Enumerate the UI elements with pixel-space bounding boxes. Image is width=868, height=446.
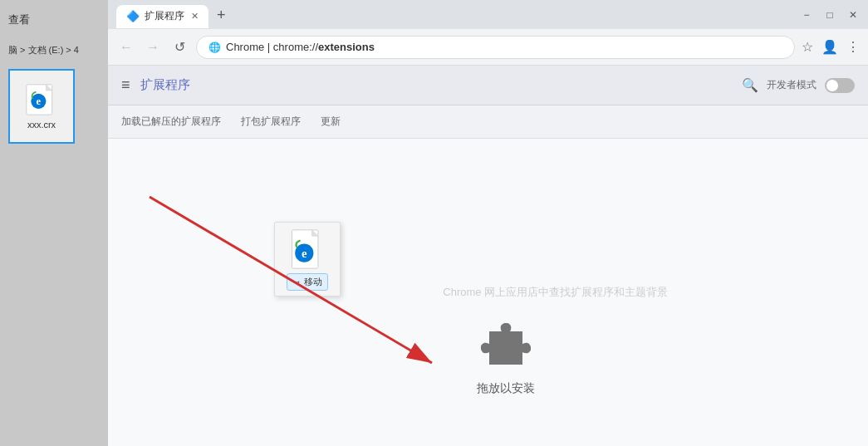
crx-file-icon[interactable]: e xxx.crx (8, 69, 75, 144)
sub-nav: 加载已解压的扩展程序 打包扩展程序 更新 (108, 105, 868, 139)
dragged-file: e → 移动 (274, 222, 341, 297)
ext-main: Chrome 网上应用店中查找扩展程序和主题背景 e → 移动 (108, 139, 868, 446)
dev-mode-toggle[interactable] (825, 78, 855, 93)
menu-icon[interactable]: ⋮ (846, 39, 860, 55)
left-panel-title: 查看 (8, 8, 100, 32)
extensions-tab[interactable]: 🔷 扩展程序 ✕ (116, 5, 208, 28)
sub-nav-load[interactable]: 加载已解压的扩展程序 (121, 111, 221, 132)
sub-nav-pack[interactable]: 打包扩展程序 (241, 111, 301, 132)
extensions-title: 扩展程序 (140, 77, 190, 93)
title-bar: 🔷 扩展程序 ✕ + − □ ✕ (108, 0, 868, 29)
address-path: extensions (318, 41, 375, 53)
minimize-button[interactable]: − (800, 9, 813, 21)
address-chrome-label: Chrome | chrome:// (226, 41, 318, 53)
tab-close-button[interactable]: ✕ (191, 11, 199, 22)
refresh-button[interactable]: ↺ (169, 39, 189, 55)
profile-icon[interactable]: 👤 (821, 39, 838, 55)
back-button[interactable]: ← (116, 40, 136, 55)
drop-label: 拖放以安装 (477, 381, 535, 396)
address-input[interactable]: 🌐 Chrome | chrome://extensions (196, 36, 795, 59)
svg-text:e: e (302, 247, 307, 260)
file-label: xxx.crx (27, 120, 56, 130)
breadcrumb: 脑 > 文档 (E:) > 4 (8, 44, 100, 56)
address-text: Chrome | chrome://extensions (226, 41, 375, 53)
ext-header: ≡ 扩展程序 🔍 开发者模式 (108, 66, 868, 105)
watermark-text: Chrome 网上应用店中查找扩展程序和主题背景 (443, 285, 668, 300)
address-bar: ← → ↺ 🌐 Chrome | chrome://extensions ☆ 👤… (108, 29, 868, 66)
hamburger-button[interactable]: ≡ (121, 76, 130, 94)
puzzle-icon (481, 323, 531, 373)
window-controls: − □ ✕ (800, 9, 860, 21)
svg-text:e: e (37, 96, 42, 107)
tab-icon: 🔷 (126, 10, 140, 22)
ie-icon: e (25, 83, 58, 116)
ext-header-right: 🔍 开发者模式 (742, 77, 855, 93)
sub-nav-update[interactable]: 更新 (321, 111, 341, 132)
close-button[interactable]: ✕ (846, 9, 860, 21)
maximize-button[interactable]: □ (823, 9, 836, 21)
search-icon[interactable]: 🔍 (742, 77, 758, 93)
move-label: → 移动 (287, 273, 328, 291)
dragged-file-icon: e (289, 228, 326, 270)
left-panel: 查看 脑 > 文档 (E:) > 4 e xxx.crx (0, 0, 108, 446)
globe-icon: 🌐 (208, 42, 221, 53)
tab-label: 扩展程序 (145, 9, 184, 23)
drop-target: 拖放以安装 (477, 323, 535, 396)
address-right-icons: ☆ 👤 ⋮ (802, 39, 860, 55)
chrome-window: 🔷 扩展程序 ✕ + − □ ✕ ← → ↺ 🌐 Chrome | chrome… (108, 0, 868, 446)
new-tab-button[interactable]: + (217, 7, 226, 22)
bookmark-icon[interactable]: ☆ (802, 39, 813, 55)
forward-button[interactable]: → (143, 40, 163, 55)
dev-mode-label: 开发者模式 (767, 78, 817, 92)
extensions-page: ≡ 扩展程序 🔍 开发者模式 加载已解压的扩展程序 打包扩展程序 更新 Chro… (108, 66, 868, 446)
